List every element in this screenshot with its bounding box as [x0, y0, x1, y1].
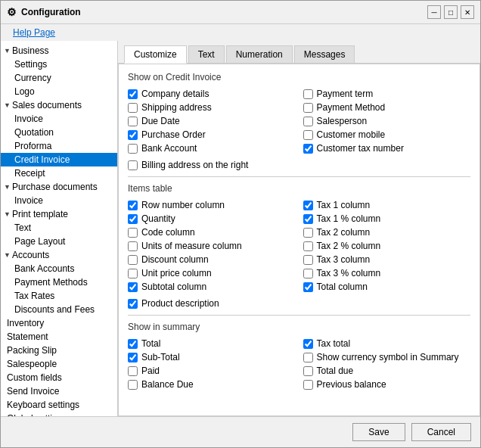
checkbox-total-sum-input[interactable]: [128, 339, 138, 349]
minimize-button[interactable]: ─: [427, 5, 441, 19]
checkbox-quantity-col-label: Quantity: [141, 213, 175, 224]
checkbox-tax3pct-col-label: Tax 3 % column: [317, 268, 381, 278]
checkbox-tax3pct-col-input[interactable]: [303, 269, 313, 278]
save-button[interactable]: Save: [352, 423, 405, 441]
checkbox-payment-term-input[interactable]: [303, 89, 313, 99]
checkbox-tax1-col: Tax 1 column: [303, 200, 471, 210]
sidebar-item-salespeople[interactable]: Salespeople: [1, 357, 117, 371]
checkbox-uom-col-input[interactable]: [128, 241, 138, 251]
checkbox-total-col-input[interactable]: [303, 282, 313, 292]
checkbox-total-due-sum-input[interactable]: [303, 366, 313, 376]
sidebar-item-custom-fields[interactable]: Custom fields: [1, 371, 117, 384]
sidebar-item-business[interactable]: ▼ Business: [1, 44, 117, 58]
tab-messages[interactable]: Messages: [294, 45, 355, 63]
sidebar-item-logo[interactable]: Logo: [1, 85, 117, 98]
sidebar-item-proforma[interactable]: Proforma: [1, 139, 117, 153]
sidebar-item-label: Accounts: [12, 250, 49, 260]
checkbox-balance-due-sum: Balance Due: [128, 379, 296, 390]
checkbox-currency-symbol-sum-input[interactable]: [303, 353, 313, 362]
checkbox-code-col-input[interactable]: [128, 228, 138, 238]
chevron-down-icon: ▼: [4, 210, 11, 218]
checkbox-tax-total-sum-label: Tax total: [317, 338, 351, 349]
checkbox-tax3-col-input[interactable]: [303, 255, 313, 265]
checkbox-subtotal-col-input[interactable]: [128, 282, 138, 292]
checkbox-discount-col: Discount column: [128, 254, 296, 265]
checkbox-subtotal-sum-label: Sub-Total: [141, 352, 180, 362]
tab-numeration[interactable]: Numeration: [226, 45, 293, 63]
sidebar-item-quotation[interactable]: Quotation: [1, 126, 117, 139]
checkbox-paid-sum-label: Paid: [141, 366, 160, 376]
checkbox-tax2pct-col: Tax 2 % column: [303, 241, 471, 251]
sidebar-item-currency[interactable]: Currency: [1, 71, 117, 85]
sidebar-item-invoice[interactable]: Invoice: [1, 112, 117, 126]
checkbox-bank-account-input[interactable]: [128, 144, 138, 154]
checkbox-row-number-col-input[interactable]: [128, 201, 138, 210]
sidebar-item-send-invoice[interactable]: Send Invoice: [1, 384, 117, 398]
checkbox-bank-account: Bank Account: [128, 143, 296, 154]
checkbox-tax2-col: Tax 2 column: [303, 227, 471, 238]
close-button[interactable]: ✕: [461, 5, 474, 19]
checkbox-tax1pct-col-input[interactable]: [303, 214, 313, 224]
sidebar-item-discounts-fees[interactable]: Discounts and Fees: [1, 303, 117, 316]
maximize-button[interactable]: □: [444, 5, 458, 19]
checkbox-tax2pct-col-label: Tax 2 % column: [317, 241, 381, 251]
checkbox-balance-due-sum-input[interactable]: [128, 380, 138, 390]
checkbox-payment-method-input[interactable]: [303, 103, 313, 113]
sidebar-item-print-template[interactable]: ▼ Print template: [1, 207, 117, 221]
sidebar-item-print-text[interactable]: Text: [1, 221, 117, 235]
sidebar-item-page-layout[interactable]: Page Layout: [1, 235, 117, 248]
checkbox-company-details-input[interactable]: [128, 89, 138, 99]
checkbox-customer-mobile-input[interactable]: [303, 130, 313, 140]
checkbox-paid-sum-input[interactable]: [128, 366, 138, 376]
sidebar-item-credit-invoice[interactable]: Credit Invoice: [1, 153, 117, 166]
window-title: Configuration: [21, 7, 81, 17]
sidebar-item-statement[interactable]: Statement: [1, 330, 117, 344]
help-link[interactable]: Help Page: [7, 24, 61, 41]
sidebar-item-tax-rates[interactable]: Tax Rates: [1, 289, 117, 303]
sidebar-item-purchase-invoice[interactable]: Invoice: [1, 194, 117, 207]
sidebar-item-inventory[interactable]: Inventory: [1, 316, 117, 330]
sidebar-item-packing-slip[interactable]: Packing Slip: [1, 344, 117, 357]
checkbox-billing-address-right-input[interactable]: [128, 160, 138, 170]
checkbox-customer-tax-number-input[interactable]: [303, 144, 313, 154]
tab-customize[interactable]: Customize: [124, 45, 187, 64]
checkbox-salesperson-label: Salesperson: [317, 116, 368, 126]
checkbox-previous-balance-sum-input[interactable]: [303, 380, 313, 390]
sidebar-item-bank-accounts[interactable]: Bank Accounts: [1, 262, 117, 275]
sidebar-item-receipt[interactable]: Receipt: [1, 166, 117, 180]
sidebar-item-settings[interactable]: Settings: [1, 58, 117, 71]
checkbox-subtotal-sum-input[interactable]: [128, 353, 138, 362]
checkbox-total-sum: Total: [128, 338, 296, 349]
divider-2: [128, 315, 470, 316]
sidebar-item-sales-documents[interactable]: ▼ Sales documents: [1, 98, 117, 112]
checkbox-uom-col: Units of measure column: [128, 241, 296, 251]
tab-bar: Customize Text Numeration Messages: [118, 41, 480, 64]
checkbox-unit-price-col-input[interactable]: [128, 269, 138, 278]
checkbox-purchase-order-input[interactable]: [128, 130, 138, 140]
section-items-table-title: Items table: [128, 183, 470, 194]
checkbox-shipping-address: Shipping address: [128, 102, 296, 113]
sidebar-item-label: Print template: [12, 209, 68, 219]
sidebar-item-accounts[interactable]: ▼ Accounts: [1, 248, 117, 262]
checkbox-due-date: Due Date: [128, 116, 296, 126]
summary-grid: Total Tax total Sub-Total Show currency …: [128, 338, 470, 390]
cancel-button[interactable]: Cancel: [411, 423, 471, 441]
checkbox-due-date-input[interactable]: [128, 117, 138, 126]
checkbox-unit-price-col-label: Unit price column: [141, 268, 212, 278]
checkbox-quantity-col-input[interactable]: [128, 214, 138, 224]
checkbox-tax1-col-input[interactable]: [303, 201, 313, 210]
checkbox-shipping-address-input[interactable]: [128, 103, 138, 113]
checkbox-billing-address-right-label: Billing address on the right: [141, 160, 248, 170]
sidebar-item-payment-methods[interactable]: Payment Methods: [1, 275, 117, 289]
tab-text[interactable]: Text: [188, 45, 225, 63]
checkbox-discount-col-input[interactable]: [128, 255, 138, 265]
checkbox-due-date-label: Due Date: [141, 116, 180, 126]
sidebar-item-keyboard-settings[interactable]: Keyboard settings: [1, 398, 117, 412]
checkbox-product-description-input[interactable]: [128, 299, 138, 309]
checkbox-tax2pct-col-input[interactable]: [303, 241, 313, 251]
checkbox-salesperson-input[interactable]: [303, 117, 313, 126]
checkbox-tax3-col-label: Tax 3 column: [317, 254, 371, 265]
checkbox-tax-total-sum-input[interactable]: [303, 339, 313, 349]
checkbox-tax2-col-input[interactable]: [303, 228, 313, 238]
sidebar-item-purchase-documents[interactable]: ▼ Purchase documents: [1, 180, 117, 194]
